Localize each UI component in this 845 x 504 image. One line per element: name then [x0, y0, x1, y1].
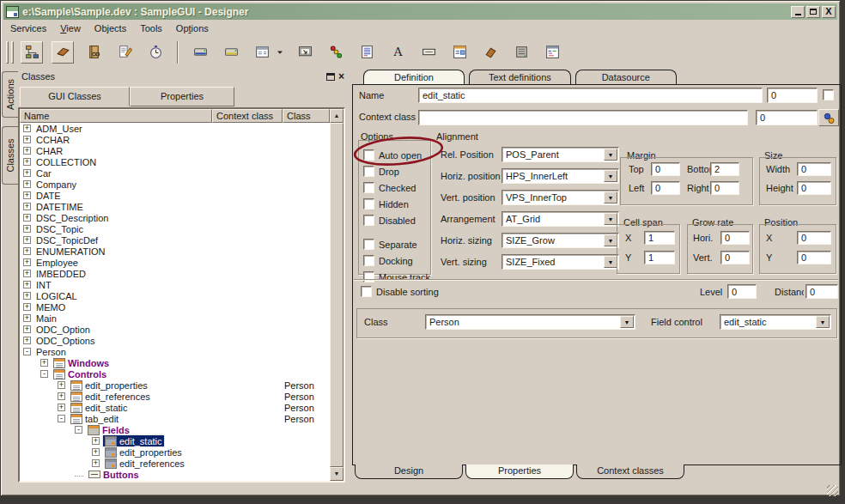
context-class-number-input[interactable]: 0 [756, 110, 818, 125]
panel-tab[interactable]: GUI Classes [20, 87, 130, 106]
option-checkbox[interactable] [363, 271, 374, 282]
expand-toggle-icon[interactable]: + [23, 247, 31, 255]
collapse-toggle-icon[interactable]: - [40, 370, 48, 378]
traffic-light-icon[interactable] [325, 41, 347, 64]
margin-input[interactable]: 0 [710, 181, 739, 195]
name-checkbox[interactable] [823, 89, 834, 100]
tree-item-tab_edit[interactable]: -tab_editPerson [20, 413, 330, 424]
panel-tab[interactable]: Definition [363, 70, 465, 84]
tree-item-ODC_Options[interactable]: +ODC_Options [20, 335, 330, 346]
collapse-toggle-icon[interactable]: - [58, 415, 65, 422]
eraser-icon[interactable] [52, 41, 74, 64]
tree-item-DATE[interactable]: +DATE [20, 190, 330, 201]
distance-input[interactable]: 0 [805, 284, 838, 299]
panel-tab[interactable]: Design [355, 465, 463, 479]
tree-item-MEMO[interactable]: +MEMO [20, 301, 330, 313]
expand-toggle-icon[interactable]: + [23, 292, 31, 300]
expand-toggle-icon[interactable]: + [58, 392, 65, 400]
menu-item[interactable]: Objects [88, 21, 133, 35]
option-checkbox[interactable] [363, 215, 374, 226]
tree-item-Fields[interactable]: -Fields [20, 424, 330, 435]
maximize-button[interactable] [806, 6, 820, 18]
class-dropdown[interactable]: Person▼ [425, 314, 635, 330]
panel-tab[interactable]: Context classes [576, 465, 684, 479]
name-number-input[interactable]: 0 [767, 88, 818, 103]
tree-item-DSC_TopicDef[interactable]: +DSC_TopicDef [20, 234, 330, 246]
tree-item-Employee[interactable]: +Employee [20, 257, 330, 268]
expand-toggle-icon[interactable]: + [23, 325, 31, 333]
tree-item-ODC_Option[interactable]: +ODC_Option [20, 324, 330, 335]
expand-toggle-icon[interactable]: + [23, 337, 31, 344]
field-control-dropdown[interactable]: edit_static▼ [720, 314, 831, 330]
chevron-down-icon[interactable]: ▼ [604, 170, 617, 182]
expand-toggle-icon[interactable]: + [23, 169, 31, 177]
option-checkbox[interactable] [363, 166, 374, 177]
chevron-down-icon[interactable]: ▼ [604, 149, 617, 161]
close-button[interactable]: X [822, 6, 836, 18]
toolbar-drag-handle[interactable] [11, 41, 14, 64]
name-input[interactable]: edit_static [418, 88, 763, 103]
alignment-dropdown[interactable]: SIZE_Grow▼ [502, 233, 619, 248]
tree-item-edit_references[interactable]: +edit_references [20, 458, 330, 469]
context-class-input[interactable] [418, 110, 748, 125]
margin-input[interactable]: 0 [651, 181, 680, 195]
expand-toggle-icon[interactable]: + [23, 281, 31, 288]
form-grid-icon[interactable] [251, 41, 273, 64]
tree-item-Person[interactable]: -Person [20, 346, 330, 357]
form-window-icon[interactable] [448, 41, 471, 64]
alignment-dropdown[interactable]: SIZE_Fixed▼ [502, 254, 619, 270]
column-header-class[interactable]: Class [283, 109, 330, 123]
tree-item-INT[interactable]: +INT [20, 279, 330, 290]
disable-sorting-checkbox[interactable] [361, 286, 372, 297]
expand-toggle-icon[interactable]: + [23, 147, 31, 155]
scrollbar-thumb[interactable] [330, 123, 343, 467]
expand-toggle-icon[interactable]: + [23, 236, 31, 244]
toolbar-drag-handle[interactable] [6, 41, 9, 64]
menu-item[interactable]: Options [169, 21, 216, 35]
cell-span-input[interactable]: 1 [644, 231, 675, 245]
option-checkbox[interactable] [363, 198, 374, 209]
alignment-dropdown[interactable]: AT_Grid▼ [502, 211, 619, 227]
side-tab-classes[interactable]: Classes [2, 126, 18, 185]
margin-input[interactable]: 0 [651, 162, 680, 176]
tree-scrollbar[interactable]: ▼ [330, 123, 343, 481]
tree-item-Controls[interactable]: -Controls [20, 368, 330, 380]
option-checkbox[interactable] [363, 255, 374, 266]
tree-item-edit_properties[interactable]: +edit_propertiesPerson [20, 380, 330, 391]
expand-toggle-icon[interactable]: + [23, 303, 31, 311]
tree-item-DSC_Topic[interactable]: +DSC_Topic [20, 223, 330, 234]
context-class-picker-button[interactable] [818, 109, 839, 126]
tree-item-DSC_Description[interactable]: +DSC_Description [20, 212, 330, 223]
panel-tab[interactable]: Datasource [575, 70, 677, 84]
server-icon[interactable] [510, 41, 532, 64]
grow-rate-input[interactable]: 0 [720, 231, 750, 245]
chevron-down-icon[interactable]: ▼ [620, 316, 634, 328]
size-input[interactable]: 0 [797, 162, 831, 176]
tree-item-LOGICAL[interactable]: +LOGICAL [20, 290, 330, 301]
report-icon[interactable] [356, 41, 378, 64]
minimize-button[interactable] [791, 6, 805, 18]
panel-tab[interactable]: Text definitions [469, 70, 571, 84]
close-panel-icon[interactable]: × [338, 72, 344, 81]
expand-toggle-icon[interactable]: + [23, 180, 31, 188]
tree-item-CHAR[interactable]: +CHAR [20, 145, 330, 156]
tree-item-ENUMERATION[interactable]: +ENUMERATION [20, 246, 330, 257]
column-header-name[interactable]: Name [20, 109, 212, 123]
tree-item-edit_static[interactable]: +edit_static [20, 435, 330, 446]
level-input[interactable]: 0 [727, 284, 757, 299]
alignment-dropdown[interactable]: POS_Parent▼ [502, 147, 619, 162]
tree-item-Company[interactable]: +Company [20, 179, 330, 190]
expand-toggle-icon[interactable]: + [23, 258, 31, 266]
tree-item-Main[interactable]: +Main [20, 313, 330, 324]
option-checkbox[interactable] [363, 239, 374, 250]
tree-item-CCHAR[interactable]: +CCHAR [20, 134, 330, 145]
panel-tab[interactable]: Properties [465, 465, 574, 479]
chevron-down-icon[interactable]: ▼ [604, 213, 617, 225]
expand-toggle-icon[interactable]: + [58, 381, 65, 389]
margin-input[interactable]: 2 [710, 162, 739, 176]
push-button-icon[interactable] [417, 41, 440, 64]
tree-item-edit_properties[interactable]: +edit_properties [20, 446, 330, 458]
scroll-down-button[interactable]: ▼ [330, 467, 343, 481]
expand-toggle-icon[interactable]: + [92, 459, 100, 467]
menu-item[interactable]: Tools [133, 21, 169, 35]
